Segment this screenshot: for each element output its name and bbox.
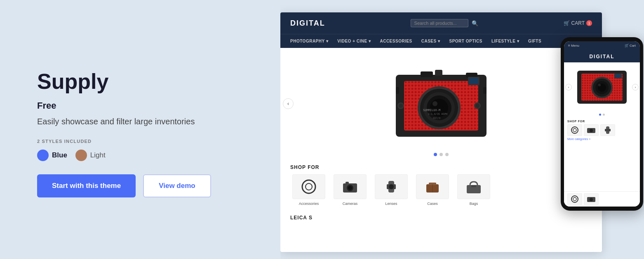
svg-rect-29 bbox=[346, 182, 349, 184]
mobile-bottom-img-2 bbox=[584, 193, 599, 205]
svg-rect-37 bbox=[471, 185, 476, 187]
shop-item-bags[interactable]: Bags bbox=[455, 174, 492, 206]
nav-video[interactable]: VIDEO + CINE ▾ bbox=[337, 39, 371, 43]
mobile-dot-2[interactable] bbox=[603, 114, 605, 116]
mobile-shop-item-1[interactable] bbox=[567, 124, 582, 136]
carousel-dot-3[interactable] bbox=[445, 153, 449, 156]
lenses-icon bbox=[381, 178, 402, 195]
mobile-camera-svg bbox=[569, 64, 635, 110]
mobile-hero: ‹ › bbox=[564, 62, 640, 112]
store-logo: DIGITAL bbox=[290, 19, 325, 28]
accessories-img bbox=[292, 174, 325, 199]
nav-gifts[interactable]: GIFTS bbox=[528, 39, 541, 43]
search-icon[interactable]: 🔍 bbox=[472, 20, 478, 26]
shop-item-cameras[interactable]: Cameras bbox=[331, 174, 369, 206]
svg-point-24 bbox=[302, 180, 315, 193]
bags-img bbox=[457, 174, 490, 199]
style-options: Blue Light bbox=[37, 150, 256, 161]
accessories-icon bbox=[298, 178, 319, 195]
nav-accessories[interactable]: ACCESSORIES bbox=[380, 39, 412, 43]
svg-point-50 bbox=[573, 128, 576, 132]
style-option-blue[interactable]: Blue bbox=[37, 150, 67, 161]
svg-rect-19 bbox=[396, 87, 399, 94]
mobile-more-link[interactable]: More categories > bbox=[567, 138, 637, 140]
mobile-prev-arrow[interactable]: ‹ bbox=[565, 84, 572, 90]
shop-item-cases[interactable]: Cases bbox=[414, 174, 451, 206]
mobile-shop-title: SHOP FOR bbox=[567, 120, 637, 123]
mobile-lens-icon bbox=[602, 126, 613, 135]
shop-for-section: SHOP FOR Accessories bbox=[280, 159, 602, 211]
mobile-next-arrow[interactable]: › bbox=[632, 84, 639, 90]
carousel-prev-arrow[interactable]: ‹ bbox=[283, 98, 294, 109]
shop-for-title: SHOP FOR bbox=[290, 164, 592, 170]
theme-price: Free bbox=[37, 100, 256, 111]
mobile-bottom-icon-2 bbox=[585, 195, 597, 204]
mobile-cart-label[interactable]: 🛒 Cart bbox=[625, 44, 636, 48]
shop-item-accessories[interactable]: Accessories bbox=[290, 174, 327, 206]
cameras-icon bbox=[340, 178, 360, 195]
mobile-logo-bar: DIGITAL bbox=[564, 50, 640, 62]
svg-rect-10 bbox=[421, 71, 433, 77]
nav-lifestyle[interactable]: LIFESTYLE ▾ bbox=[491, 39, 519, 43]
cart-badge: 1 bbox=[586, 20, 592, 26]
leica-title: LEICA S bbox=[290, 215, 592, 221]
svg-text:007/9: 007/9 bbox=[433, 116, 440, 119]
mobile-shop-img-3 bbox=[600, 124, 615, 136]
svg-text:1:1.4/35 ASPH: 1:1.4/35 ASPH bbox=[428, 112, 447, 115]
mobile-preview: ≡ Menu 🛒 Cart DIGITAL bbox=[561, 37, 643, 211]
svg-text:SUMMILUX-M: SUMMILUX-M bbox=[423, 109, 440, 112]
svg-point-58 bbox=[590, 198, 593, 201]
svg-point-18 bbox=[475, 104, 479, 108]
search-placeholder-text[interactable]: Search all products... bbox=[411, 19, 468, 27]
mobile-bottom-grid bbox=[567, 193, 637, 205]
camera-visual: SUMMILUX-M 1:1.4/35 ASPH 007/9 bbox=[280, 48, 602, 159]
carousel-dot-1[interactable] bbox=[434, 153, 437, 156]
svg-point-28 bbox=[348, 186, 352, 190]
mobile-accessory-icon bbox=[569, 126, 581, 135]
light-label: Light bbox=[90, 151, 106, 159]
cameras-label: Cameras bbox=[343, 202, 358, 206]
mobile-shop-img-1 bbox=[567, 124, 582, 136]
buttons-row: Start with this theme View demo bbox=[37, 174, 256, 197]
svg-point-16 bbox=[399, 104, 403, 108]
shop-item-lenses[interactable]: Lenses bbox=[373, 174, 410, 206]
theme-description: Easily showcase and filter large invento… bbox=[37, 117, 256, 126]
mobile-camera-icon bbox=[585, 126, 597, 135]
svg-rect-48 bbox=[615, 74, 621, 78]
mobile-bottom-img-1 bbox=[567, 193, 582, 205]
mobile-shop-item-2[interactable] bbox=[584, 124, 599, 136]
mobile-dot-1[interactable] bbox=[599, 114, 601, 116]
cart-label: CART bbox=[571, 20, 585, 26]
cart-button[interactable]: 🛒 CART 1 bbox=[564, 20, 592, 26]
theme-title: Supply bbox=[37, 70, 256, 93]
view-demo-button[interactable]: View demo bbox=[143, 174, 211, 197]
svg-point-49 bbox=[571, 127, 578, 133]
left-panel: Supply Free Easily showcase and filter l… bbox=[0, 0, 280, 259]
style-option-light[interactable]: Light bbox=[75, 150, 106, 161]
light-dot bbox=[75, 150, 87, 161]
cameras-img bbox=[334, 174, 367, 199]
cases-label: Cases bbox=[427, 202, 438, 206]
store-search-bar: Search all products... 🔍 bbox=[411, 19, 478, 27]
svg-point-55 bbox=[571, 196, 578, 202]
lenses-label: Lenses bbox=[385, 202, 397, 206]
right-panel: DIGITAL Search all products... 🔍 🛒 CART … bbox=[280, 0, 644, 259]
svg-rect-11 bbox=[435, 70, 442, 76]
store-hero: SUMMILUX-M 1:1.4/35 ASPH 007/9 ‹ › bbox=[280, 48, 602, 159]
mobile-shop-section: SHOP FOR bbox=[564, 117, 640, 191]
mobile-menu-label[interactable]: ≡ Menu bbox=[568, 44, 579, 48]
cart-icon: 🛒 bbox=[564, 20, 570, 26]
carousel-dots bbox=[434, 153, 449, 156]
nav-cases[interactable]: CASES ▾ bbox=[421, 39, 440, 43]
svg-point-56 bbox=[573, 197, 576, 201]
nav-photography[interactable]: PHOTOGRAPHY ▾ bbox=[290, 39, 328, 43]
blue-label: Blue bbox=[52, 151, 67, 159]
styles-label: 2 STYLES INCLUDED bbox=[37, 139, 256, 144]
start-theme-button[interactable]: Start with this theme bbox=[37, 174, 136, 197]
nav-sport-optics[interactable]: SPORT OPTICS bbox=[449, 39, 482, 43]
store-nav: PHOTOGRAPHY ▾ VIDEO + CINE ▾ ACCESSORIES… bbox=[280, 34, 602, 48]
carousel-dot-2[interactable] bbox=[440, 153, 443, 156]
svg-point-9 bbox=[432, 101, 437, 106]
svg-point-32 bbox=[389, 184, 394, 189]
mobile-shop-item-3[interactable] bbox=[600, 124, 615, 136]
